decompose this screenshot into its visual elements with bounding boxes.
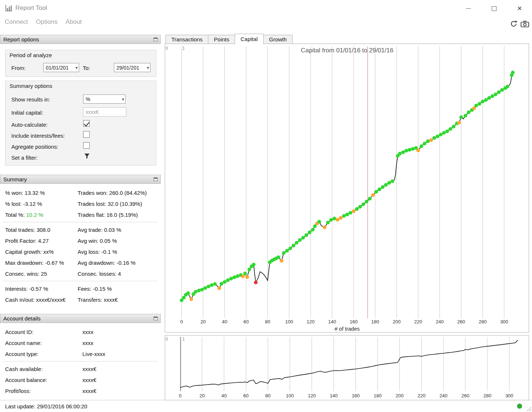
svg-text:100: 100 <box>285 319 293 324</box>
summary-row-cell: Avg loss: -0.1 % <box>78 249 117 255</box>
separator <box>3 281 158 281</box>
svg-text:40: 40 <box>222 319 227 324</box>
overview-chart-plot[interactable]: 0204060801001201401601802002202402602803… <box>165 335 529 400</box>
svg-text:0: 0 <box>180 319 183 324</box>
summary-row-cell: Total %: 10.2 % <box>5 212 78 218</box>
summary-row-cell: Fees: -0.15 % <box>78 286 112 292</box>
summary-row: Consec. wins: 25Consec. losses: 4 <box>0 268 161 279</box>
svg-text:280: 280 <box>483 393 491 398</box>
set-filter-label: Set a filter: <box>11 155 38 161</box>
tab-transactions[interactable]: Transactions <box>165 35 208 44</box>
maximize-button[interactable] <box>486 4 502 13</box>
svg-text:60: 60 <box>243 393 249 398</box>
menu-connect[interactable]: Connect <box>4 18 29 26</box>
include-fees-checkbox[interactable] <box>83 131 90 138</box>
summary-row-cell: % lost: -3.12 % <box>5 201 78 207</box>
agregate-positions-label: Agregate positions: <box>11 144 58 150</box>
summary-row-cell: Trades won: 260.0 (84.42%) <box>78 190 147 196</box>
svg-text:160: 160 <box>352 393 360 398</box>
svg-text:0: 0 <box>165 46 168 51</box>
summary-row-cell: Trades lost: 32.0 (10.39%) <box>78 201 142 207</box>
summary-row: % lost: -3.12 %Trades lost: 32.0 (10.39%… <box>0 198 161 209</box>
auto-calculate-checkbox[interactable] <box>83 120 90 127</box>
summary-row-cell: Trades flat: 16.0 (5.19%) <box>78 212 138 218</box>
account-details-body: Account ID:xxxxAccount name:xxxxAccount … <box>0 326 161 396</box>
account-row-cell: xxxx <box>82 329 93 335</box>
svg-text:180: 180 <box>371 319 379 324</box>
period-groupbox: Period of analyze From: 01/01/201 ▾ To: … <box>5 50 156 77</box>
window-title: Report Tool <box>15 4 47 12</box>
menu-about[interactable]: About <box>64 18 83 26</box>
tab-points[interactable]: Points <box>208 35 235 44</box>
app-icon <box>5 4 13 12</box>
account-details-header: Account details <box>0 314 161 323</box>
report-options-title: Report options <box>3 36 39 42</box>
capital-chart-plot[interactable]: 0204060801001201401601802002202402602803… <box>165 44 529 332</box>
summary-row-cell: Total trades: 308.0 <box>5 227 78 233</box>
show-results-value: % <box>86 96 90 102</box>
agregate-positions-checkbox[interactable] <box>83 142 90 149</box>
account-row-cell: Account ID: <box>5 329 82 335</box>
svg-text:300: 300 <box>500 319 508 324</box>
to-date-select[interactable]: 29/01/201 ▾ <box>114 63 150 72</box>
summary-row: Interests: -0.57 %Fees: -0.15 % <box>0 283 161 294</box>
minimize-icon <box>466 8 471 9</box>
refresh-icon[interactable] <box>510 20 518 28</box>
filter-icon[interactable] <box>84 153 90 159</box>
svg-text:260: 260 <box>461 393 469 398</box>
float-panel-icon[interactable] <box>153 37 158 41</box>
summary-options-legend: Summary options <box>10 83 52 89</box>
resize-grip[interactable] <box>527 407 532 412</box>
svg-text:180: 180 <box>374 393 382 398</box>
summary-row-cell: Avg win: 0.05 % <box>78 238 117 244</box>
minimize-button[interactable] <box>460 4 477 13</box>
tab-capital[interactable]: Capital <box>235 34 264 44</box>
tab-growth[interactable]: Growth <box>263 35 293 44</box>
float-panel-icon[interactable] <box>153 177 158 181</box>
summary-row-cell: Avg trade: 0.03 % <box>78 227 121 233</box>
summary-row-cell: % won: 13.32 % <box>5 190 78 196</box>
account-row: Account balance:xxxx€ <box>0 374 161 385</box>
svg-text:1: 1 <box>182 46 185 51</box>
summary-row: Capital growth: xx%Avg loss: -0.1 % <box>0 246 161 257</box>
show-results-select[interactable]: % ▾ <box>83 94 126 104</box>
initial-capital-input[interactable]: xxxx€ <box>83 107 126 116</box>
report-options-header: Report options <box>0 35 161 44</box>
camera-icon[interactable] <box>521 21 529 27</box>
summary-row: Cash in/out: xxxx€/xxxx€Transfers: xxxx€ <box>0 294 161 305</box>
menu-options[interactable]: Options <box>35 18 59 26</box>
summary-row-cell: Max drawdown: -0.67 % <box>5 260 78 266</box>
svg-text:100: 100 <box>286 393 294 398</box>
close-button[interactable]: ✕ <box>511 4 528 13</box>
from-date-select[interactable]: 01/01/201 ▾ <box>43 63 79 72</box>
chevron-down-icon: ▾ <box>74 65 78 70</box>
svg-text:200: 200 <box>393 319 401 324</box>
initial-capital-label: Initial capital: <box>11 110 43 116</box>
chevron-down-icon: ▾ <box>146 65 149 70</box>
separator <box>3 361 158 361</box>
svg-text:140: 140 <box>328 319 336 324</box>
last-update-text: Last update: 29/01/2016 06:00:20 <box>5 403 87 409</box>
account-details-title: Account details <box>3 315 41 322</box>
account-row-cell: Live-xxxx <box>82 351 105 357</box>
account-row-cell: Profit/loss: <box>5 388 82 394</box>
connection-status-icon <box>517 404 522 409</box>
summary-row-cell: Capital growth: xx% <box>5 249 78 255</box>
account-row: Account type:Live-xxxx <box>0 348 161 359</box>
summary-options-groupbox: Summary options Show results in: % ▾ Ini… <box>5 81 156 166</box>
svg-text:220: 220 <box>417 393 425 398</box>
overview-chart[interactable]: 0204060801001201401601802002202402602803… <box>165 335 529 400</box>
account-row-cell: xxxx€ <box>82 377 96 383</box>
svg-text:0: 0 <box>165 337 168 342</box>
account-row-cell: xxxx <box>82 340 93 346</box>
tab-bar: Transactions Points Capital Growth <box>165 34 292 44</box>
close-icon: ✕ <box>517 5 522 12</box>
capital-chart[interactable]: 0204060801001201401601802002202402602803… <box>165 44 529 333</box>
svg-text:Capital from 01/01/16 to 29/01: Capital from 01/01/16 to 29/01/16 <box>301 47 393 54</box>
account-row: Account name:xxxx <box>0 337 161 348</box>
svg-text:120: 120 <box>307 319 315 324</box>
float-panel-icon[interactable] <box>153 316 158 320</box>
statusbar: Last update: 29/01/2016 06:00:20 <box>0 400 532 412</box>
initial-capital-value: xxxx€ <box>86 109 99 115</box>
summary-row-cell: Consec. losses: 4 <box>78 271 121 277</box>
